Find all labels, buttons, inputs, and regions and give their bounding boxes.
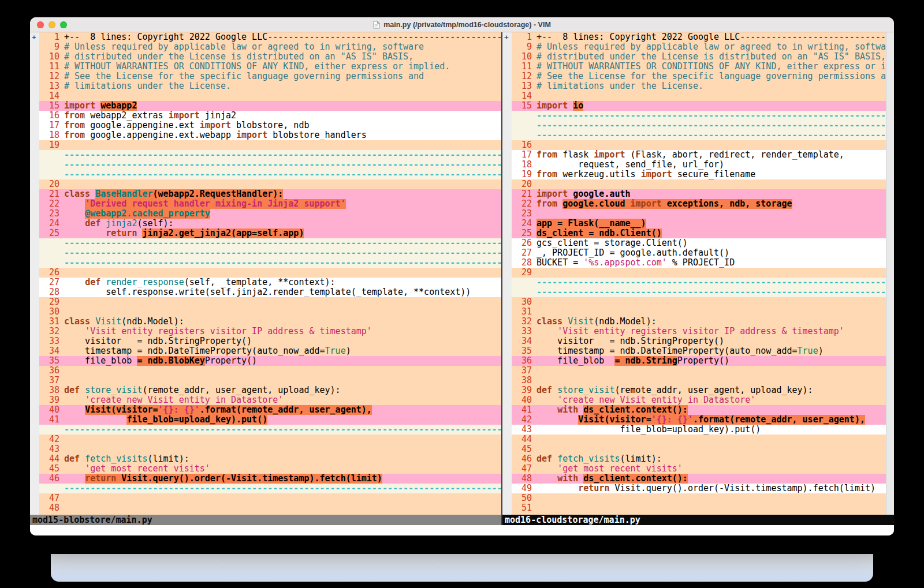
- code-line[interactable]: 48: [39, 503, 501, 513]
- diff-filler-line[interactable]: ----------------------------------------…: [39, 425, 501, 435]
- code-line[interactable]: 43: [39, 444, 501, 454]
- code-line[interactable]: 44: [512, 435, 886, 444]
- code-line[interactable]: 39 'create new Visit entity in Datastore…: [39, 395, 501, 405]
- diff-filler-line[interactable]: ----------------------------------------…: [39, 258, 501, 268]
- code-line[interactable]: 26gcs_client = storage.Client(): [512, 238, 886, 248]
- code-line[interactable]: 14: [512, 91, 886, 101]
- code-line[interactable]: 17from flask import (Flask, abort, redir…: [512, 150, 886, 160]
- diff-filler-line[interactable]: ----------------------------------------…: [39, 248, 501, 258]
- diff-filler-line[interactable]: ----------------------------------------…: [512, 111, 886, 121]
- window-titlebar[interactable]: main.py (/private/tmp/mod16-cloudstorage…: [30, 17, 894, 32]
- code-line[interactable]: 41 file_blob=upload_key).put(): [39, 415, 501, 425]
- code-line[interactable]: 35 file_blob = ndb.BlobKeyProperty(): [39, 356, 501, 366]
- code-line[interactable]: 38def store_visit(remote_addr, user_agen…: [39, 385, 501, 395]
- code-line[interactable]: 35 timestamp = ndb.DateTimeProperty(auto…: [512, 346, 886, 356]
- code-line[interactable]: 34 timestamp = ndb.DateTimeProperty(auto…: [39, 346, 501, 356]
- code-line[interactable]: 22 'Derived request handler mixing-in Ji…: [39, 199, 501, 209]
- code-line[interactable]: 33 visitor = ndb.StringProperty(): [39, 336, 501, 346]
- code-line[interactable]: 30: [512, 297, 886, 307]
- code-line[interactable]: 11# WITHOUT WARRANTIES OR CONDITIONS OF …: [39, 62, 501, 72]
- code-line[interactable]: 17from google.appengine.ext import blobs…: [39, 121, 501, 130]
- code-line[interactable]: 13# limitations under the License.: [39, 81, 501, 91]
- code-line[interactable]: 51: [512, 503, 886, 513]
- code-line[interactable]: 28 self.response.write(self.jinja2.rende…: [39, 287, 501, 297]
- code-line[interactable]: 36 file_blob = ndb.StringProperty(): [512, 356, 886, 366]
- code-line[interactable]: 1+-- 8 lines: Copyright 2022 Google LLC-…: [39, 32, 501, 42]
- code-line[interactable]: 19: [39, 140, 501, 150]
- code-line[interactable]: 21import google.auth: [512, 189, 886, 199]
- zoom-button[interactable]: [60, 21, 67, 28]
- code-line[interactable]: 45 'get most recent visits': [39, 464, 501, 474]
- code-line[interactable]: 16from webapp2_extras import jinja2: [39, 111, 501, 121]
- code-line[interactable]: 25 return jinja2.get_jinja2(app=self.app…: [39, 229, 501, 238]
- code-line[interactable]: 48 with ds_client.context():: [512, 474, 886, 484]
- code-line[interactable]: 47: [39, 493, 501, 503]
- code-line[interactable]: 50: [512, 493, 886, 503]
- diff-filler-line[interactable]: ----------------------------------------…: [39, 150, 501, 160]
- code-line[interactable]: 24 def jinja2(self):: [39, 219, 501, 229]
- code-line[interactable]: 20: [512, 179, 886, 189]
- code-line[interactable]: 14: [39, 91, 501, 101]
- code-line[interactable]: 40 'create new Visit entity in Datastore…: [512, 395, 886, 405]
- code-line[interactable]: 10# distributed under the License is dis…: [39, 52, 501, 62]
- diff-filler-line[interactable]: ----------------------------------------…: [512, 287, 886, 297]
- code-line[interactable]: 26: [39, 268, 501, 278]
- code-line[interactable]: 38: [512, 376, 886, 385]
- minimize-button[interactable]: [49, 21, 55, 28]
- code-line[interactable]: 40 Visit(visitor='{}: {}'.format(remote_…: [39, 405, 501, 415]
- code-line[interactable]: 34 visitor = ndb.StringProperty(): [512, 336, 886, 346]
- code-line[interactable]: 9# Unless required by applicable law or …: [39, 42, 501, 52]
- diff-filler-line[interactable]: ----------------------------------------…: [39, 484, 501, 493]
- code-line[interactable]: 44def fetch_visits(limit):: [39, 454, 501, 464]
- code-line[interactable]: 39def store_visit(remote_addr, user_agen…: [512, 385, 886, 395]
- code-line[interactable]: 46def fetch_visits(limit):: [512, 454, 886, 464]
- code-line[interactable]: 31class Visit(ndb.Model):: [39, 317, 501, 327]
- statusline-right[interactable]: mod16-cloudstorage/main.py: [502, 515, 894, 525]
- code-line[interactable]: 18 request, send_file, url_for): [512, 160, 886, 170]
- code-line[interactable]: 27 def render_response(self, _template, …: [39, 278, 501, 287]
- code-line[interactable]: 28BUCKET = '%s.appspot.com' % PROJECT_ID: [512, 258, 886, 268]
- diff-filler-line[interactable]: ----------------------------------------…: [39, 160, 501, 170]
- code-line[interactable]: 46 return Visit.query().order(-Visit.tim…: [39, 474, 501, 484]
- code-line[interactable]: 42 Visit(visitor='{}: {}'.format(remote_…: [512, 415, 886, 425]
- diff-filler-line[interactable]: ----------------------------------------…: [512, 278, 886, 287]
- code-line[interactable]: 31: [512, 307, 886, 317]
- fold-marker[interactable]: +: [504, 32, 509, 42]
- code-line[interactable]: 36: [39, 366, 501, 376]
- code-line[interactable]: 30: [39, 307, 501, 317]
- code-line[interactable]: 29: [512, 268, 886, 278]
- diff-filler-line[interactable]: ----------------------------------------…: [512, 121, 886, 130]
- code-line[interactable]: 18from google.appengine.ext.webapp impor…: [39, 130, 501, 140]
- diff-filler-line[interactable]: ----------------------------------------…: [512, 130, 886, 140]
- code-line[interactable]: 13# limitations under the License.: [512, 81, 886, 91]
- code-line[interactable]: 27_, PROJECT_ID = google.auth.default(): [512, 248, 886, 258]
- code-line[interactable]: 11# WITHOUT WARRANTIES OR CONDITIONS OF …: [512, 62, 886, 72]
- code-line[interactable]: 25ds_client = ndb.Client(): [512, 229, 886, 238]
- code-line[interactable]: 16: [512, 140, 886, 150]
- code-line[interactable]: 37: [512, 366, 886, 376]
- code-line[interactable]: 23 @webapp2.cached_property: [39, 209, 501, 219]
- code-line[interactable]: 9# Unless required by applicable law or …: [512, 42, 886, 52]
- scrollbar[interactable]: [886, 32, 894, 515]
- code-line[interactable]: 15import webapp2: [39, 101, 501, 111]
- code-line[interactable]: 1+-- 8 lines: Copyright 2022 Google LLC-…: [512, 32, 886, 42]
- code-line[interactable]: 12# See the License for the specific lan…: [39, 72, 501, 81]
- fold-marker[interactable]: +: [32, 32, 36, 42]
- code-line[interactable]: 32class Visit(ndb.Model):: [512, 317, 886, 327]
- code-line[interactable]: 19from werkzeug.utils import secure_file…: [512, 170, 886, 179]
- diff-filler-line[interactable]: ----------------------------------------…: [39, 170, 501, 179]
- code-line[interactable]: 33 'Visit entity registers visitor IP ad…: [512, 327, 886, 336]
- code-line[interactable]: 15import io: [512, 101, 886, 111]
- code-line[interactable]: 49 return Visit.query().order(-Visit.tim…: [512, 484, 886, 493]
- close-button[interactable]: [37, 21, 44, 28]
- code-line[interactable]: 41 with ds_client.context():: [512, 405, 886, 415]
- code-line[interactable]: 37: [39, 376, 501, 385]
- code-line[interactable]: 12# See the License for the specific lan…: [512, 72, 886, 81]
- code-line[interactable]: 22from google.cloud import exceptions, n…: [512, 199, 886, 209]
- code-line[interactable]: 43 file_blob=upload_key).put(): [512, 425, 886, 435]
- statusline-left[interactable]: mod15-blobstore/main.py: [30, 515, 501, 525]
- code-line[interactable]: 21class BaseHandler(webapp2.RequestHandl…: [39, 189, 501, 199]
- code-line[interactable]: 42: [39, 435, 501, 444]
- code-line[interactable]: 45: [512, 444, 886, 454]
- code-line[interactable]: 47 'get most recent visits': [512, 464, 886, 474]
